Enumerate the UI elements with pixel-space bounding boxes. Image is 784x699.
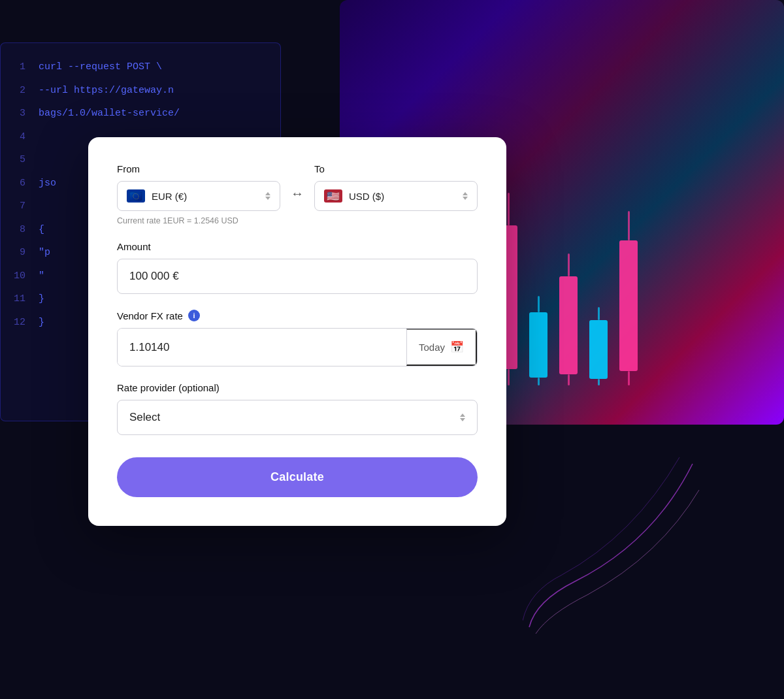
line-content: bags/1.0/wallet-service/ <box>39 105 180 122</box>
candle-wick-bottom <box>568 374 570 386</box>
line-number: 6 <box>14 175 25 192</box>
eur-flag <box>127 189 145 203</box>
from-currency-select[interactable]: EUR (€) <box>117 181 280 211</box>
to-currency-text: USD ($) <box>349 191 384 202</box>
candle-wick-top <box>598 307 600 320</box>
line-content: { <box>39 221 44 238</box>
candle-wick-top <box>628 211 630 240</box>
to-chevron-down-icon <box>463 197 468 200</box>
fx-date-label: Today <box>419 342 445 353</box>
rate-provider-chevron <box>460 414 465 421</box>
fx-label-row: Vendor FX rate i <box>117 310 478 321</box>
from-group: From EUR (€) <box>117 163 280 211</box>
candle-body <box>529 312 547 378</box>
line-number: 3 <box>14 105 25 122</box>
candle-wick-top <box>568 253 570 276</box>
line-content: "p <box>39 244 50 261</box>
candle <box>559 253 578 386</box>
rate-provider-section: Rate provider (optional) Select <box>117 382 478 435</box>
candle <box>589 307 608 385</box>
line-number: 2 <box>14 82 25 99</box>
candle-wick-bottom <box>628 371 630 386</box>
amount-input[interactable] <box>117 259 478 294</box>
to-currency-left: USD ($) <box>324 189 384 203</box>
rate-provider-select[interactable]: Select <box>117 400 478 435</box>
line-number: 5 <box>14 152 25 169</box>
code-line: 2 --url https://gateway.n <box>14 82 267 99</box>
candle-body <box>589 320 608 379</box>
line-content: --url https://gateway.n <box>39 82 174 99</box>
fx-rate-input[interactable] <box>118 329 406 366</box>
candle-wick-top <box>508 193 510 225</box>
rate-provider-value: Select <box>129 411 160 424</box>
to-group: To USD ($) <box>314 163 478 211</box>
candle-wick-top <box>538 296 540 312</box>
candle <box>529 296 547 386</box>
line-content: } <box>39 291 44 308</box>
chevron-down-icon <box>265 197 270 200</box>
candle <box>619 211 638 386</box>
to-chevron <box>463 192 468 200</box>
line-number: 4 <box>14 129 25 146</box>
rate-provider-chevron-up <box>460 414 465 417</box>
line-number: 9 <box>14 244 25 261</box>
fx-rate-label: Vendor FX rate <box>117 310 183 321</box>
to-chevron-up-icon <box>463 192 468 195</box>
from-label: From <box>117 163 280 174</box>
fx-date-button[interactable]: Today 📅 <box>406 329 477 366</box>
amount-section: Amount <box>117 241 478 294</box>
usd-flag <box>324 189 342 203</box>
line-number: 10 <box>14 268 25 285</box>
candle-wick-bottom <box>598 379 600 385</box>
to-label: To <box>314 163 478 174</box>
currency-converter-modal: From EUR (€) ↔ To USD ($) <box>88 137 506 526</box>
info-icon[interactable]: i <box>188 310 200 321</box>
candle-body <box>559 276 578 374</box>
line-number: 7 <box>14 198 25 215</box>
fx-input-row: Today 📅 <box>117 328 478 366</box>
line-content: curl --request POST \ <box>39 59 162 76</box>
line-number: 8 <box>14 221 25 238</box>
line-number: 12 <box>14 314 25 331</box>
rate-provider-chevron-down <box>460 418 465 421</box>
code-line: 1curl --request POST \ <box>14 59 267 76</box>
line-number: 11 <box>14 291 25 308</box>
calendar-icon: 📅 <box>450 340 464 354</box>
chevron-up-icon <box>265 192 270 195</box>
amount-label: Amount <box>117 241 478 252</box>
line-content: } <box>39 314 44 331</box>
rate-provider-label: Rate provider (optional) <box>117 382 478 393</box>
fx-rate-section: Vendor FX rate i Today 📅 <box>117 310 478 366</box>
from-currency-left: EUR (€) <box>127 189 187 203</box>
code-line: 3bags/1.0/wallet-service/ <box>14 105 267 122</box>
swap-button[interactable]: ↔ <box>291 186 304 201</box>
line-content: " <box>39 268 44 285</box>
candle-wick-bottom <box>538 378 540 386</box>
rate-info: Current rate 1EUR = 1.2546 USD <box>117 216 478 225</box>
to-currency-select[interactable]: USD ($) <box>314 181 478 211</box>
candle-wick-bottom <box>508 369 510 385</box>
calculate-button[interactable]: Calculate <box>117 457 478 497</box>
from-chevron <box>265 192 270 200</box>
candle-body <box>619 240 638 371</box>
line-number: 1 <box>14 59 25 76</box>
currency-row: From EUR (€) ↔ To USD ($) <box>117 163 478 211</box>
from-currency-text: EUR (€) <box>152 191 187 202</box>
deco-curves <box>523 451 706 634</box>
line-content: jso <box>39 175 56 192</box>
